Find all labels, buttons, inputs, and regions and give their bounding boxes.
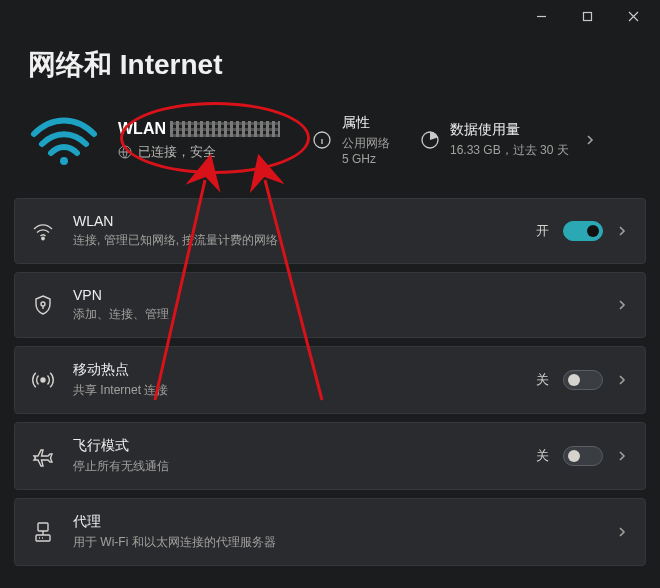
info-icon	[312, 130, 332, 150]
data-usage-sub: 16.33 GB，过去 30 天	[450, 142, 569, 159]
chevron-right-icon	[617, 523, 627, 541]
current-network-block[interactable]: WLAN 已连接，安全	[118, 120, 288, 161]
data-usage-title: 数据使用量	[450, 121, 569, 139]
airplane-title: 飞行模式	[73, 437, 518, 455]
wlan-toggle[interactable]	[563, 221, 603, 241]
proxy-sub: 用于 Wi-Fi 和以太网连接的代理服务器	[73, 534, 599, 551]
airplane-icon	[31, 444, 55, 468]
data-usage-icon	[420, 130, 440, 150]
svg-point-1	[60, 157, 68, 165]
connection-status: 已连接，安全	[138, 144, 216, 161]
vpn-card[interactable]: VPN 添加、连接、管理	[14, 272, 646, 338]
network-hero: WLAN 已连接，安全 属性 公用网络5 GHz 数据使用量 16.33 GB，…	[0, 102, 660, 194]
properties-sub: 公用网络5 GHz	[342, 135, 390, 166]
page-title: 网络和 Internet	[0, 32, 660, 102]
window-close-button[interactable]	[610, 0, 656, 32]
hotspot-icon	[31, 368, 55, 392]
ssid-label: WLAN	[118, 120, 166, 138]
proxy-icon	[31, 520, 55, 544]
airplane-toggle[interactable]	[563, 446, 603, 466]
airplane-card[interactable]: 飞行模式 停止所有无线通信 关	[14, 422, 646, 490]
window-maximize-button[interactable]	[564, 0, 610, 32]
wlan-sub: 连接, 管理已知网络, 按流量计费的网络	[73, 232, 518, 249]
hotspot-card[interactable]: 移动热点 共享 Internet 连接 关	[14, 346, 646, 414]
chevron-right-icon	[617, 447, 627, 465]
window-titlebar	[0, 0, 660, 32]
svg-point-8	[41, 302, 45, 306]
hotspot-title: 移动热点	[73, 361, 518, 379]
proxy-title: 代理	[73, 513, 599, 531]
hotspot-sub: 共享 Internet 连接	[73, 382, 518, 399]
svg-rect-0	[583, 12, 591, 20]
window-minimize-button[interactable]	[518, 0, 564, 32]
vpn-title: VPN	[73, 287, 599, 303]
vpn-sub: 添加、连接、管理	[73, 306, 599, 323]
wlan-title: WLAN	[73, 213, 518, 229]
proxy-card[interactable]: 代理 用于 Wi-Fi 和以太网连接的代理服务器	[14, 498, 646, 566]
wifi-signal-icon	[28, 112, 100, 168]
airplane-sub: 停止所有无线通信	[73, 458, 518, 475]
properties-title: 属性	[342, 114, 390, 132]
svg-rect-10	[38, 523, 48, 531]
hotspot-state-label: 关	[536, 371, 549, 389]
settings-list: WLAN 连接, 管理已知网络, 按流量计费的网络 开 VPN 添加、连接、管理…	[0, 194, 660, 566]
chevron-right-icon	[617, 371, 627, 389]
hotspot-toggle[interactable]	[563, 370, 603, 390]
ssid-redacted	[170, 121, 280, 137]
globe-icon	[118, 145, 132, 159]
shield-icon	[31, 293, 55, 317]
wlan-state-label: 开	[536, 222, 549, 240]
airplane-state-label: 关	[536, 447, 549, 465]
svg-point-7	[42, 237, 44, 239]
wifi-icon	[31, 219, 55, 243]
wlan-card[interactable]: WLAN 连接, 管理已知网络, 按流量计费的网络 开	[14, 198, 646, 264]
properties-card[interactable]: 属性 公用网络5 GHz	[306, 110, 396, 170]
chevron-right-icon	[617, 296, 627, 314]
chevron-right-icon	[585, 131, 595, 149]
chevron-right-icon	[617, 222, 627, 240]
svg-point-9	[41, 378, 45, 382]
data-usage-card[interactable]: 数据使用量 16.33 GB，过去 30 天	[414, 117, 601, 163]
